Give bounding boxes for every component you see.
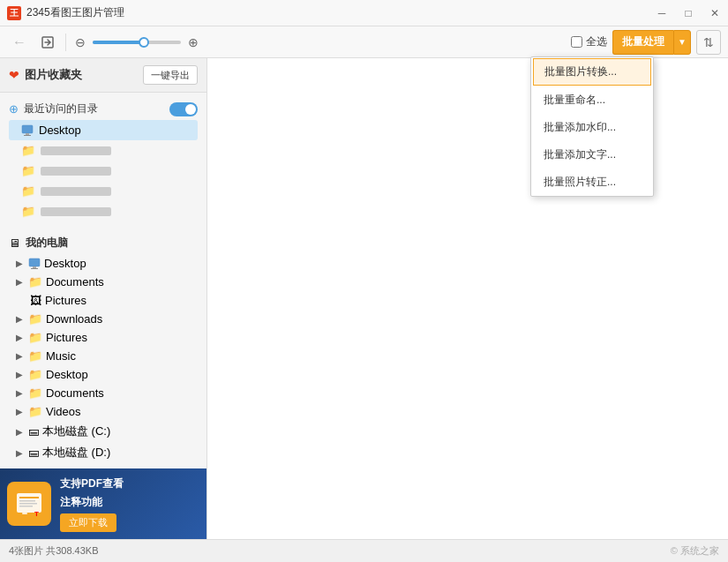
window-controls: ─ □ ✕: [649, 0, 728, 26]
maximize-button[interactable]: □: [675, 0, 702, 26]
recent-item-2[interactable]: 📁: [9, 140, 198, 161]
tree-drive-d-label: 本地磁盘 (D:): [42, 445, 110, 461]
recent-toggle[interactable]: [169, 102, 198, 116]
expand-drive-d-icon: ▶: [14, 448, 25, 458]
sidebar: ❤ 图片收藏夹 一键导出 ⊕ 最近访问的目录 Desktop: [0, 58, 207, 539]
expand-pictures-icon: ▶: [14, 333, 25, 342]
tree-downloads-label: Downloads: [46, 312, 102, 326]
drive-c-icon: 🖴: [28, 425, 39, 438]
recent-section: ⊕ 最近访问的目录 Desktop 📁 📁: [0, 93, 206, 227]
blurred-label-3: [41, 167, 111, 176]
nav-forward-button[interactable]: [35, 30, 60, 55]
svg-text:T: T: [34, 510, 39, 518]
tree-videos[interactable]: ▶ 📁 Videos: [9, 402, 198, 421]
tree-documents[interactable]: ▶ 📁 Documents: [9, 273, 198, 291]
batch-rotate-item[interactable]: 批量照片转正...: [531, 169, 653, 196]
app-title: 2345看图王图片管理: [26, 5, 124, 20]
tree-pictures-child[interactable]: 🖼 Pictures: [9, 291, 198, 310]
tree-pictures-child-label: Pictures: [45, 294, 86, 307]
expand-documents-icon: ▶: [14, 277, 25, 287]
batch-watermark-item[interactable]: 批量添加水印...: [531, 114, 653, 141]
select-all-checkbox[interactable]: 全选: [571, 34, 607, 49]
toolbar-left: ← ⊖ ⊕: [7, 30, 567, 55]
close-button[interactable]: ✕: [702, 0, 728, 26]
recent-label: 最近访问的目录: [24, 101, 164, 116]
folder-desktop2-icon: 📁: [28, 368, 42, 381]
ad-title: 支持PDF查看: [60, 476, 199, 491]
tree-downloads[interactable]: ▶ 📁 Downloads: [9, 310, 198, 328]
pictures-icon: 🖼: [30, 294, 41, 307]
batch-rename-item[interactable]: 批量重命名...: [531, 86, 653, 114]
expand-desktop-icon: ▶: [14, 259, 25, 268]
tree-drive-c-label: 本地磁盘 (C:): [42, 423, 110, 439]
svg-rect-11: [19, 506, 33, 507]
ad-download-button[interactable]: 立即下载: [60, 513, 116, 532]
my-computer-header: 🖥 我的电脑: [9, 232, 198, 254]
blurred-label-5: [41, 207, 111, 216]
svg-rect-9: [19, 500, 35, 502]
zoom-control: ⊖ ⊕: [71, 34, 202, 51]
folder-icon-5: 📁: [21, 205, 35, 218]
zoom-slider[interactable]: [93, 41, 181, 44]
svg-rect-5: [33, 266, 36, 268]
toolbar-right: 全选 批量处理 ▼ 批量图片转换... 批量重命名... 批量添加水印... 批…: [571, 30, 721, 55]
tree-desktop-label: Desktop: [44, 257, 86, 270]
nav-back-button[interactable]: ←: [7, 30, 32, 55]
folder-icon-3: 📁: [21, 164, 35, 177]
desktop-icon: [21, 124, 34, 137]
folder-icon-4: 📁: [21, 184, 35, 198]
tree-desktop[interactable]: ▶ Desktop: [9, 254, 198, 273]
pc-icon: 🖥: [9, 236, 20, 250]
svg-rect-6: [31, 268, 38, 269]
title-bar: 王 2345看图王图片管理 ─ □ ✕: [0, 0, 728, 26]
expand-videos-icon: ▶: [14, 407, 25, 416]
recent-item-3[interactable]: 📁: [9, 161, 198, 181]
tree-desktop2[interactable]: ▶ 📁 Desktop: [9, 365, 198, 384]
tree-documents-label: Documents: [46, 275, 104, 288]
expand-downloads-icon: ▶: [14, 314, 25, 324]
folder-downloads-icon: 📁: [28, 312, 42, 326]
app-icon: 王: [7, 6, 21, 20]
svg-rect-10: [19, 503, 37, 505]
tree-documents2[interactable]: ▶ 📁 Documents: [9, 384, 198, 402]
folder-pictures-icon: 📁: [28, 331, 42, 344]
tree-music[interactable]: ▶ 📁 Music: [9, 347, 198, 365]
folder-documents2-icon: 📁: [28, 386, 42, 400]
tree-videos-label: Videos: [46, 405, 81, 418]
expand-music-icon: ▶: [14, 351, 25, 361]
svg-rect-4: [29, 259, 40, 266]
batch-convert-item[interactable]: 批量图片转换...: [533, 58, 651, 86]
recent-item-5[interactable]: 📁: [9, 201, 198, 221]
batch-text-item[interactable]: 批量添加文字...: [531, 141, 653, 169]
ad-banner: T 支持PDF查看 注释功能 立即下载: [0, 468, 206, 539]
pc-label: 我的电脑: [26, 236, 68, 251]
minimize-button[interactable]: ─: [649, 0, 675, 26]
sidebar-favorite-title: 图片收藏夹: [25, 67, 138, 83]
sidebar-header: ❤ 图片收藏夹 一键导出: [0, 58, 206, 93]
recent-section-header[interactable]: ⊕ 最近访问的目录: [9, 98, 198, 120]
tree-music-label: Music: [46, 349, 76, 363]
export-button[interactable]: 一键导出: [143, 65, 198, 85]
tree-drive-d[interactable]: ▶ 🖴 本地磁盘 (D:): [9, 442, 198, 463]
batch-dropdown-menu: 批量图片转换... 批量重命名... 批量添加水印... 批量添加文字... 批…: [530, 56, 654, 197]
tree-documents2-label: Documents: [46, 386, 104, 400]
select-all-input[interactable]: [571, 36, 582, 48]
recent-desktop-item[interactable]: Desktop: [9, 120, 198, 140]
svg-rect-2: [26, 133, 29, 135]
status-info: 4张图片 共308.43KB: [9, 544, 99, 558]
my-computer-section: 🖥 我的电脑 ▶ Desktop ▶ 📁 Documents: [0, 227, 206, 465]
tree-desktop2-label: Desktop: [46, 368, 88, 381]
batch-dropdown-arrow[interactable]: ▼: [673, 30, 691, 55]
tree-drive-c[interactable]: ▶ 🖴 本地磁盘 (C:): [9, 421, 198, 442]
blurred-label-2: [41, 146, 111, 155]
drive-d-icon: 🖴: [28, 446, 39, 459]
toolbar: ← ⊖ ⊕ 全选 批量处理 ▼ 批量图片转换...: [0, 26, 728, 58]
recent-item-4[interactable]: 📁: [9, 181, 198, 201]
zoom-in-button[interactable]: ⊕: [184, 34, 202, 51]
folder-icon-2: 📁: [21, 144, 35, 157]
sort-button[interactable]: ⇅: [696, 30, 721, 55]
ad-text: 支持PDF查看 注释功能 立即下载: [60, 476, 199, 532]
tree-pictures[interactable]: ▶ 📁 Pictures: [9, 328, 198, 347]
batch-process-button[interactable]: 批量处理: [612, 30, 673, 55]
zoom-out-button[interactable]: ⊖: [71, 34, 89, 51]
